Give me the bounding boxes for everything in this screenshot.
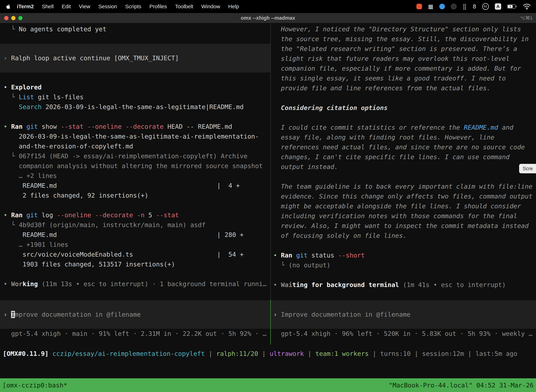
tmux-host-clock: "MacBook-Pro-44.local" 04:52 31-Mar-26 [389,382,534,389]
terminal-line: └ 4b9d30f (origin/main, instructkr/main,… [4,220,270,230]
terminal-line: provide file and line references from th… [273,83,536,93]
battery-gauge-icon[interactable]: 61 [482,3,489,10]
terminal-line: README.md | 280 + [4,230,270,240]
terminal-line: this single essay, it seems like a good … [273,73,536,83]
terminal-line: might be acceptable alongside the file l… [273,201,536,211]
omx-status-bar: [OMX#0.11.9] cczip/essay/ai-reimplementa… [0,349,536,359]
terminal-line: └ 067f154 (HEAD -> essay/ai-reimplementa… [4,151,270,161]
terminal-line: of focusing solely on file lines. [273,231,536,241]
menu-item-iterm2[interactable]: iTerm2 [17,4,34,9]
terminal-line: gpt-5.4 xhigh · main · 91% left · 2.31M … [4,329,270,339]
terminal-line: … +2 lines [4,171,270,181]
terminal-line: output instead. [273,162,536,172]
terminal-line: essay file, along with finding root file… [273,132,536,142]
terminal-line: and-the-erosion-of-copyleft.md [4,141,270,151]
minimize-button[interactable] [11,16,15,20]
window-shortcut: ⌥⌘1 [520,15,536,21]
terminal-line: • Waiting for background terminal (1m 41… [273,280,536,290]
terminal-line [4,269,270,279]
terminal-line: • Working (11m 13s • esc to interrupt) ·… [4,279,270,289]
window-title: omx --xhigh --madmax [0,15,536,21]
terminal-line: Search 2026-03-09-is-legal-the-same-as-l… [4,102,270,112]
zoom-button[interactable] [18,16,23,20]
terminal-line: › Ralph loop active continue [OMX_TMUX_I… [4,53,270,63]
left-transcript: • Explored └ List git ls-files Search 20… [4,73,270,289]
input-source-icon[interactable]: A [495,3,501,10]
terminal-line: › Improve documentation in @filename [4,310,270,319]
terminal-line [4,112,270,122]
terminal-line: 2 files changed, 92 insertions(+) [4,191,270,201]
terminal-line: evidence. Since this change only affects… [273,191,536,201]
terminal-line: └ (no output) [273,260,536,270]
terminal-line: 1903 files changed, 513517 insertions(+) [4,259,270,269]
left-pane-content: └ No agents completed yet › Ralph loop a… [0,23,270,300]
title-bar[interactable]: omx --xhigh --madmax ⌥⌘1 [0,13,536,23]
terminal-line: references need actual files, and since … [273,142,536,152]
menu-item-scripts[interactable]: Scripts [124,4,143,9]
right-pane-content: However, I noticed the "Directory Struct… [271,23,536,300]
terminal-line: src/voice/voiceModeEnabled.ts | 54 + [4,250,270,259]
screen-share-tooltip: Scre [519,164,536,173]
menu-item-window[interactable]: Window [200,4,221,9]
terminal-line [273,270,536,280]
terminal-line: the "Related research writing" section i… [273,44,536,54]
terminal-line: changes, I can't cite specific file line… [273,152,536,162]
terminal-line: [OMX#0.11.9] cczip/essay/ai-reimplementa… [3,349,536,359]
wifi-icon[interactable] [523,4,531,9]
terminal-line: • Ran git status --short [273,250,536,260]
apple-menu-icon[interactable] [6,4,10,9]
tmux-status-bar: [omx-cczip0:bash* "MacBook-Pro-44.local"… [0,378,536,392]
menu-bar: iTerm2 ShellEditViewSessionScriptsProfil… [0,0,536,13]
terminal-line: README.md | 4 + [4,181,270,191]
terminal-line: 2026-03-09-is-legal-the-same-as-legitima… [4,131,270,141]
battery-icon[interactable] [507,4,517,9]
tmux-panes: └ No agents completed yet › Ralph loop a… [0,23,536,345]
right-pane[interactable]: However, I noticed the "Directory Struct… [271,23,536,345]
tmux-session-label: [omx-cczip0:bash* [2,382,67,389]
terminal-line: • Ran git log --oneline --decorate -n 5 … [4,210,270,220]
terminal-line [273,93,536,103]
terminal-line: … +1901 lines [4,240,270,250]
terminal-line: • Explored [4,82,270,92]
ralph-loop-banner: › Ralph loop active continue [OMX_TMUX_I… [0,44,270,73]
menu-items: ShellEditViewSessionScriptsProfilesToolb… [41,4,240,9]
terminal-line: I could cite commit statistics or refere… [273,123,536,132]
terminal-line: └ List git ls-files [4,92,270,102]
screen-recording-indicator[interactable] [416,4,422,9]
terminal-line: review. Also, I might want to inspect th… [273,221,536,231]
command-input-left[interactable]: › Improve documentation in @filename [0,300,270,329]
terminal-line [4,201,270,210]
menu-item-view[interactable]: View [78,4,91,9]
terminal-line: • Ran git show --stat --oneline --decora… [4,122,270,131]
left-pane[interactable]: └ No agents completed yet › Ralph loop a… [0,23,270,345]
terminal-line: the source tree, missing the essay. Stil… [273,34,536,44]
desktop: iTerm2 ShellEditViewSessionScriptsProfil… [0,0,536,392]
command-input-right[interactable]: › Improve documentation in @filename [271,300,536,329]
right-transcript: However, I noticed the "Directory Struct… [273,24,536,290]
menu-item-edit[interactable]: Edit [61,4,72,9]
right-model-status: gpt-5.4 xhigh · 96% left · 520K in · 5.8… [271,329,536,339]
hook-icon[interactable]: 8 [473,4,476,9]
terminal-line: companion file, especially if more comme… [273,64,536,73]
terminal-line: However, I noticed the "Directory Struct… [273,24,536,34]
menu-item-profiles[interactable]: Profiles [148,4,168,9]
dots-grid-icon[interactable]: ⣿ [463,4,467,9]
terminal-line [273,172,536,182]
terminal-line: └ No agents completed yet [4,24,270,34]
terminal-line: slight risk that future readers may over… [273,54,536,64]
menu-item-shell[interactable]: Shell [41,4,55,9]
terminal-line: Considering citation options [273,103,536,113]
terminal-line: › Improve documentation in @filename [273,310,536,319]
terminal-line [273,113,536,123]
terminal-window: └ No agents completed yet › Ralph loop a… [0,23,536,378]
terminal-line: companion analysis without altering the … [4,161,270,171]
menu-item-help[interactable]: Help [227,4,240,9]
left-model-status: gpt-5.4 xhigh · main · 91% left · 2.31M … [0,329,270,339]
dark-app-icon[interactable] [451,4,456,9]
menu-item-toolbelt[interactable]: Toolbelt [174,4,194,9]
grid-icon[interactable]: ▦ [428,4,433,9]
blue-app-icon[interactable] [439,4,445,9]
pane-divider[interactable] [270,23,271,345]
close-button[interactable] [4,16,9,20]
menu-item-session[interactable]: Session [97,4,118,9]
